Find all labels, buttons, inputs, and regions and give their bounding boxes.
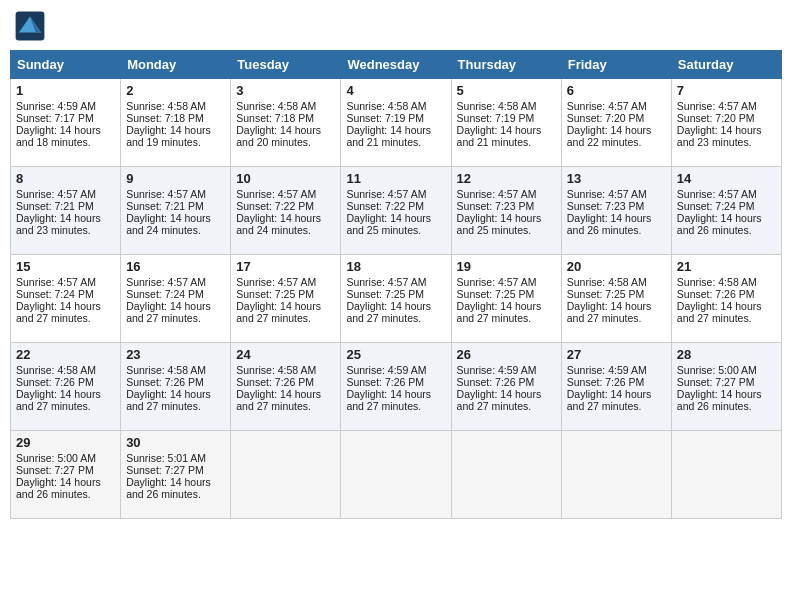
calendar-cell: 17Sunrise: 4:57 AMSunset: 7:25 PMDayligh… <box>231 255 341 343</box>
calendar-cell <box>231 431 341 519</box>
day-info: Sunrise: 4:58 AM <box>126 364 225 376</box>
day-info: Sunrise: 4:57 AM <box>567 188 666 200</box>
day-info: Sunset: 7:26 PM <box>236 376 335 388</box>
day-info: Daylight: 14 hours <box>346 212 445 224</box>
day-info: Sunset: 7:27 PM <box>677 376 776 388</box>
day-info: Sunset: 7:26 PM <box>16 376 115 388</box>
day-info: Daylight: 14 hours <box>457 300 556 312</box>
day-info: and 20 minutes. <box>236 136 335 148</box>
calendar-cell: 29Sunrise: 5:00 AMSunset: 7:27 PMDayligh… <box>11 431 121 519</box>
day-info: Sunset: 7:22 PM <box>236 200 335 212</box>
day-info: Sunset: 7:25 PM <box>346 288 445 300</box>
calendar-cell <box>671 431 781 519</box>
day-of-week-header: Wednesday <box>341 51 451 79</box>
day-info: and 27 minutes. <box>567 400 666 412</box>
calendar-cell: 19Sunrise: 4:57 AMSunset: 7:25 PMDayligh… <box>451 255 561 343</box>
day-info: and 27 minutes. <box>236 312 335 324</box>
calendar-cell: 4Sunrise: 4:58 AMSunset: 7:19 PMDaylight… <box>341 79 451 167</box>
day-info: and 18 minutes. <box>16 136 115 148</box>
day-info: and 27 minutes. <box>16 312 115 324</box>
day-info: Sunset: 7:25 PM <box>236 288 335 300</box>
day-info: and 25 minutes. <box>457 224 556 236</box>
day-info: Sunrise: 5:00 AM <box>677 364 776 376</box>
day-info: Sunset: 7:21 PM <box>126 200 225 212</box>
day-of-week-header: Thursday <box>451 51 561 79</box>
day-info: Sunset: 7:27 PM <box>126 464 225 476</box>
day-info: Sunset: 7:24 PM <box>126 288 225 300</box>
day-info: Daylight: 14 hours <box>457 388 556 400</box>
day-info: and 27 minutes. <box>236 400 335 412</box>
day-number: 20 <box>567 259 666 274</box>
day-info: Daylight: 14 hours <box>16 212 115 224</box>
day-info: Sunset: 7:22 PM <box>346 200 445 212</box>
day-info: Daylight: 14 hours <box>677 212 776 224</box>
day-number: 7 <box>677 83 776 98</box>
day-info: Sunrise: 4:59 AM <box>16 100 115 112</box>
day-number: 2 <box>126 83 225 98</box>
day-info: Sunrise: 4:58 AM <box>126 100 225 112</box>
day-info: Daylight: 14 hours <box>677 388 776 400</box>
calendar-cell: 27Sunrise: 4:59 AMSunset: 7:26 PMDayligh… <box>561 343 671 431</box>
calendar-cell: 30Sunrise: 5:01 AMSunset: 7:27 PMDayligh… <box>121 431 231 519</box>
day-number: 18 <box>346 259 445 274</box>
day-number: 24 <box>236 347 335 362</box>
day-info: Sunset: 7:25 PM <box>567 288 666 300</box>
day-info: Daylight: 14 hours <box>567 300 666 312</box>
day-number: 29 <box>16 435 115 450</box>
day-info: and 27 minutes. <box>677 312 776 324</box>
calendar-cell: 24Sunrise: 4:58 AMSunset: 7:26 PMDayligh… <box>231 343 341 431</box>
day-number: 12 <box>457 171 556 186</box>
day-info: Daylight: 14 hours <box>236 300 335 312</box>
day-number: 17 <box>236 259 335 274</box>
day-info: and 26 minutes. <box>16 488 115 500</box>
day-info: Sunrise: 4:57 AM <box>567 100 666 112</box>
day-info: Sunrise: 4:57 AM <box>236 276 335 288</box>
day-number: 4 <box>346 83 445 98</box>
calendar-cell: 21Sunrise: 4:58 AMSunset: 7:26 PMDayligh… <box>671 255 781 343</box>
calendar-cell: 2Sunrise: 4:58 AMSunset: 7:18 PMDaylight… <box>121 79 231 167</box>
day-info: Sunset: 7:26 PM <box>677 288 776 300</box>
day-info: Sunrise: 4:58 AM <box>457 100 556 112</box>
day-info: Daylight: 14 hours <box>677 124 776 136</box>
logo-icon <box>14 10 46 42</box>
day-number: 22 <box>16 347 115 362</box>
day-info: Sunset: 7:27 PM <box>16 464 115 476</box>
day-info: Sunrise: 4:57 AM <box>16 276 115 288</box>
day-info: Sunrise: 4:57 AM <box>457 188 556 200</box>
day-info: Sunset: 7:20 PM <box>677 112 776 124</box>
calendar-cell: 9Sunrise: 4:57 AMSunset: 7:21 PMDaylight… <box>121 167 231 255</box>
day-info: Sunrise: 4:58 AM <box>16 364 115 376</box>
day-of-week-header: Sunday <box>11 51 121 79</box>
day-number: 5 <box>457 83 556 98</box>
day-info: Sunrise: 4:57 AM <box>677 100 776 112</box>
day-info: Daylight: 14 hours <box>126 388 225 400</box>
day-info: Sunset: 7:23 PM <box>457 200 556 212</box>
day-info: Sunrise: 4:57 AM <box>457 276 556 288</box>
calendar-cell <box>341 431 451 519</box>
day-info: Daylight: 14 hours <box>567 212 666 224</box>
day-info: Daylight: 14 hours <box>126 124 225 136</box>
calendar: SundayMondayTuesdayWednesdayThursdayFrid… <box>10 50 782 519</box>
day-info: Sunrise: 4:59 AM <box>346 364 445 376</box>
day-info: Daylight: 14 hours <box>567 388 666 400</box>
day-info: and 27 minutes. <box>16 400 115 412</box>
day-number: 9 <box>126 171 225 186</box>
day-info: Sunset: 7:24 PM <box>16 288 115 300</box>
day-info: Sunrise: 4:58 AM <box>236 364 335 376</box>
day-info: Daylight: 14 hours <box>346 388 445 400</box>
calendar-cell: 10Sunrise: 4:57 AMSunset: 7:22 PMDayligh… <box>231 167 341 255</box>
day-info: Daylight: 14 hours <box>677 300 776 312</box>
calendar-cell: 14Sunrise: 4:57 AMSunset: 7:24 PMDayligh… <box>671 167 781 255</box>
day-number: 15 <box>16 259 115 274</box>
day-info: Sunset: 7:21 PM <box>16 200 115 212</box>
day-info: and 24 minutes. <box>126 224 225 236</box>
day-info: Sunrise: 4:59 AM <box>567 364 666 376</box>
day-info: Sunset: 7:25 PM <box>457 288 556 300</box>
calendar-cell: 7Sunrise: 4:57 AMSunset: 7:20 PMDaylight… <box>671 79 781 167</box>
day-info: and 27 minutes. <box>346 312 445 324</box>
calendar-cell: 1Sunrise: 4:59 AMSunset: 7:17 PMDaylight… <box>11 79 121 167</box>
day-info: and 27 minutes. <box>457 312 556 324</box>
day-number: 8 <box>16 171 115 186</box>
day-info: and 27 minutes. <box>126 400 225 412</box>
calendar-cell: 26Sunrise: 4:59 AMSunset: 7:26 PMDayligh… <box>451 343 561 431</box>
